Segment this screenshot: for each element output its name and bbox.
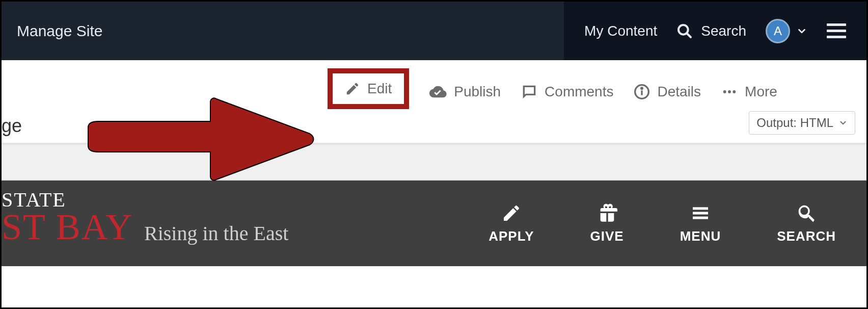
comments-button[interactable]: Comments [521, 84, 613, 100]
gift-icon [597, 203, 617, 223]
pencil-icon [345, 81, 360, 96]
chevron-down-icon [796, 25, 807, 37]
nav-search[interactable]: SEARCH [777, 203, 836, 244]
search-icon [796, 203, 817, 223]
logo-line2: ST BAY [2, 206, 133, 248]
dots-icon [721, 84, 738, 100]
info-icon [634, 84, 650, 100]
chevron-down-icon [838, 118, 848, 127]
nav-give-label: GIVE [590, 228, 624, 244]
search-label: Search [701, 23, 746, 39]
nav-apply[interactable]: APPLY [489, 203, 534, 244]
topbar-left: Manage Site [2, 22, 564, 40]
avatar: A [766, 19, 790, 43]
svg-point-7 [733, 90, 736, 93]
svg-rect-9 [693, 212, 708, 214]
search-icon [676, 23, 693, 39]
search-button[interactable]: Search [676, 23, 746, 39]
svg-point-4 [641, 88, 643, 89]
hamburger-line [827, 23, 846, 26]
hamburger-icon [690, 203, 711, 223]
comments-label: Comments [545, 84, 613, 100]
svg-point-5 [723, 90, 726, 93]
hamburger-line [827, 36, 846, 38]
edit-button[interactable]: Edit [345, 81, 392, 97]
publish-label: Publish [454, 84, 501, 100]
edit-label: Edit [367, 81, 392, 97]
output-selector[interactable]: Output: HTML [749, 111, 855, 135]
svg-line-1 [687, 33, 691, 37]
more-button[interactable]: More [721, 84, 777, 100]
comment-icon [521, 84, 537, 100]
svg-point-6 [728, 90, 731, 93]
hamburger-menu[interactable] [827, 23, 846, 38]
publish-button[interactable]: Publish [429, 83, 501, 100]
edit-button-highlight: Edit [328, 68, 409, 109]
details-button[interactable]: Details [634, 84, 701, 100]
site-preview-header: STATE ST BAY Rising in the East APPLY GI… [2, 181, 866, 266]
cms-topbar: Manage Site My Content Search A [2, 2, 866, 60]
pencil-icon [501, 203, 522, 223]
svg-rect-8 [693, 207, 708, 210]
preview-gap [2, 144, 866, 181]
svg-rect-10 [693, 216, 708, 219]
details-label: Details [657, 84, 701, 100]
user-menu[interactable]: A [766, 19, 807, 43]
tagline: Rising in the East [144, 221, 288, 245]
topbar-right: My Content Search A [564, 2, 866, 60]
nav-give[interactable]: GIVE [590, 203, 624, 244]
page-title: ge [2, 115, 22, 137]
cloud-check-icon [429, 83, 447, 100]
more-label: More [745, 84, 777, 100]
actions-row: Edit Publish Comments Details Mor [328, 74, 777, 109]
hamburger-line [827, 30, 846, 32]
nav-menu[interactable]: MENU [680, 203, 721, 244]
output-selector-label: Output: HTML [756, 116, 833, 130]
site-nav: APPLY GIVE MENU SEARCH [489, 203, 836, 244]
nav-apply-label: APPLY [489, 228, 534, 244]
page-action-toolbar: ge Edit Publish Comments [2, 60, 866, 144]
nav-search-label: SEARCH [777, 228, 836, 244]
nav-menu-label: MENU [680, 228, 721, 244]
my-content-link[interactable]: My Content [584, 23, 657, 39]
manage-site-link[interactable]: Manage Site [17, 22, 102, 40]
